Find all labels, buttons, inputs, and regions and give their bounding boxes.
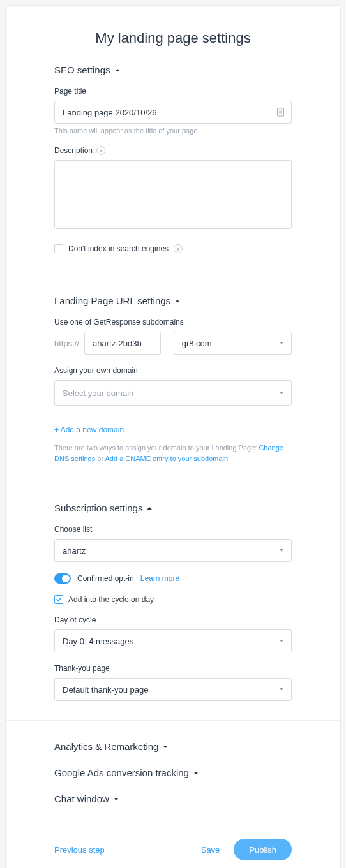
description-field: Description i (54, 146, 292, 232)
analytics-title: Analytics & Remarketing (54, 741, 158, 752)
own-domain-placeholder: Select your domain (63, 388, 133, 398)
collapse-icon (115, 69, 120, 71)
page-title: My landing page settings (6, 6, 340, 64)
help-text-2: or (95, 455, 105, 462)
optin-row: Confirmed opt-in Learn more (54, 573, 292, 584)
url-section: Landing Page URL settings Use one of Get… (6, 276, 340, 483)
toggle-knob (62, 575, 70, 582)
subscription-section-header[interactable]: Subscription settings (54, 483, 292, 525)
choose-list-field: Choose list ahartz (54, 525, 292, 562)
page-title-input-wrapper (54, 101, 292, 124)
seo-section-header[interactable]: SEO settings (54, 64, 292, 87)
day-cycle-field: Day of cycle Day 0: 4 messages (54, 615, 292, 652)
url-section-header[interactable]: Landing Page URL settings (54, 276, 292, 318)
cname-link[interactable]: Add a CNAME entry to your subdomain (105, 455, 229, 462)
save-button[interactable]: Save (201, 845, 220, 855)
chevron-down-icon (280, 342, 283, 344)
domain-select[interactable]: gr8.com (174, 332, 292, 355)
noindex-row: Don't index in search engines i (54, 244, 292, 253)
thank-you-label: Thank-you page (54, 664, 292, 673)
noindex-checkbox[interactable] (54, 244, 63, 253)
noindex-label: Don't index in search engines (68, 244, 169, 253)
footer-left: Previous step (54, 845, 187, 855)
choose-list-label: Choose list (54, 525, 292, 534)
url-section-title: Landing Page URL settings (54, 295, 170, 306)
optin-toggle[interactable] (54, 573, 71, 584)
chevron-down-icon (280, 688, 283, 691)
own-domain-label: Assign your own domain (54, 366, 292, 375)
subdomain-input[interactable] (84, 332, 161, 355)
check-icon (56, 596, 62, 603)
info-icon[interactable]: i (174, 244, 183, 253)
dot-text: . (166, 339, 169, 348)
subdomain-field: Use one of GetResponse subdomains https:… (54, 318, 292, 355)
day-cycle-select[interactable]: Day 0: 4 messages (54, 629, 292, 652)
collapse-icon (147, 507, 152, 510)
add-domain-row: + Add a new domain (54, 406, 292, 443)
google-ads-title: Google Ads conversion tracking (54, 767, 189, 778)
thank-you-field: Thank-you page Default thank-you page (54, 664, 292, 701)
own-domain-select[interactable]: Select your domain (54, 380, 292, 406)
seo-section: SEO settings Page title This name will a… (6, 64, 340, 276)
page-title-hint: This name will appear as the title of yo… (54, 127, 292, 135)
expand-icon (163, 746, 168, 748)
cycle-checkbox[interactable] (54, 595, 63, 604)
optin-label: Confirmed opt-in (77, 574, 134, 583)
description-label-text: Description (54, 146, 93, 155)
text-snippet-icon (277, 108, 284, 117)
choose-list-value: ahartz (63, 546, 86, 555)
chevron-down-icon (280, 549, 283, 552)
collapse-icon (175, 300, 180, 302)
expand-icon (193, 772, 199, 774)
url-row: https:// . gr8.com (54, 332, 292, 355)
description-input[interactable] (54, 160, 292, 229)
learn-more-link[interactable]: Learn more (140, 574, 179, 583)
subscription-section: Subscription settings Choose list ahartz… (6, 483, 340, 721)
day-cycle-label: Day of cycle (54, 615, 292, 624)
chevron-down-icon (280, 392, 283, 394)
domain-help-text: There are two ways to assign your domain… (54, 443, 292, 464)
expand-icon (114, 798, 119, 800)
cycle-row: Add into the cycle on day (54, 595, 292, 604)
subscription-section-title: Subscription settings (54, 503, 142, 513)
own-domain-field: Assign your own domain Select your domai… (54, 366, 292, 406)
protocol-text: https:// (54, 339, 79, 348)
cycle-label: Add into the cycle on day (68, 595, 154, 604)
description-label: Description i (54, 146, 292, 155)
seo-section-title: SEO settings (54, 64, 110, 75)
info-icon[interactable]: i (96, 146, 105, 155)
collapsed-sections: Analytics & Remarketing Google Ads conve… (6, 721, 340, 825)
page-title-label: Page title (54, 87, 292, 96)
subdomain-label: Use one of GetResponse subdomains (54, 318, 292, 327)
thank-you-value: Default thank-you page (63, 685, 148, 695)
chat-section-header[interactable]: Chat window (54, 786, 292, 812)
previous-step-button[interactable]: Previous step (54, 845, 105, 855)
publish-button[interactable]: Publish (234, 839, 292, 860)
chat-title: Chat window (54, 793, 109, 804)
thank-you-select[interactable]: Default thank-you page (54, 678, 292, 701)
footer: Previous step Save Publish (6, 825, 340, 868)
help-text-3: . (228, 455, 230, 462)
choose-list-select[interactable]: ahartz (54, 539, 292, 562)
settings-card: My landing page settings SEO settings Pa… (5, 5, 341, 868)
domain-select-value: gr8.com (182, 339, 212, 348)
analytics-section-header[interactable]: Analytics & Remarketing (54, 733, 292, 760)
google-ads-section-header[interactable]: Google Ads conversion tracking (54, 760, 292, 786)
chevron-down-icon (280, 640, 283, 642)
help-text-1: There are two ways to assign your domain… (54, 444, 259, 452)
page-title-input[interactable] (54, 101, 292, 124)
add-domain-link[interactable]: + Add a new domain (54, 425, 124, 434)
day-cycle-value: Day 0: 4 messages (63, 636, 133, 646)
page-title-field: Page title This name will appear as the … (54, 87, 292, 135)
